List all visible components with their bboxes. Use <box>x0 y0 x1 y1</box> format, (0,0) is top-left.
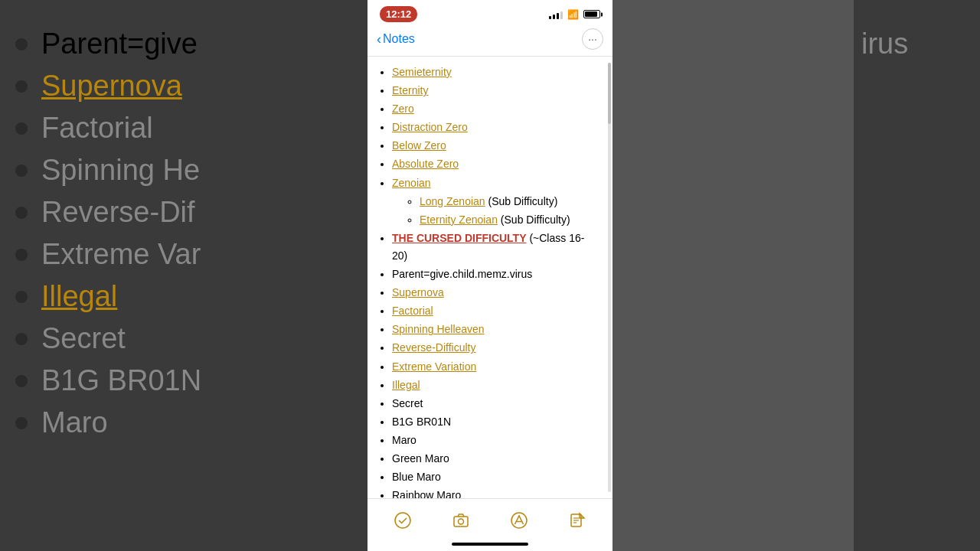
list-item: Absolute Zero <box>392 155 594 173</box>
bg-bullet <box>15 291 28 303</box>
item-secret: Secret <box>392 397 423 409</box>
list-item: Zero <box>392 100 594 118</box>
note-content: Semieternity Eternity Zero Distraction Z… <box>368 57 612 498</box>
bg-text: Spinning He <box>41 154 200 187</box>
item-rainbow-maro: Rainbow Maro <box>392 489 461 498</box>
item-long-zenoian[interactable]: Long Zenoian <box>420 195 485 207</box>
svg-rect-1 <box>454 517 468 527</box>
list-item: Zenoian Long Zenoian (Sub Difficulty) Et… <box>392 174 594 229</box>
list-item: Blue Maro <box>392 468 594 486</box>
bg-text: Supernova <box>41 70 182 103</box>
svg-point-2 <box>459 519 464 524</box>
list-item: Extreme Variation <box>392 358 594 376</box>
bg-text: Secret <box>41 322 126 355</box>
bg-bullet <box>15 122 28 135</box>
list-item: Green Maro <box>392 450 594 468</box>
background-left: Parent=give Supernova Factorial Spinning… <box>0 0 368 551</box>
signal-icon <box>549 10 563 19</box>
item-semieternity[interactable]: Semieternity <box>392 66 452 78</box>
status-icons: 📶 <box>549 9 600 20</box>
status-time: 12:12 <box>380 6 417 22</box>
note-list: Semieternity Eternity Zero Distraction Z… <box>377 64 594 498</box>
check-button[interactable] <box>389 507 416 534</box>
item-blue-maro: Blue Maro <box>392 471 441 483</box>
more-button[interactable]: ··· <box>582 28 603 50</box>
battery-icon <box>583 10 600 18</box>
bg-text: Factorial <box>41 112 153 145</box>
markup-icon <box>511 512 528 529</box>
bg-bullet <box>15 333 28 345</box>
camera-button[interactable] <box>447 507 475 534</box>
item-spinning-helleaven[interactable]: Spinning Helleaven <box>392 323 485 335</box>
phone-frame: 12:12 📶 ‹ Notes ··· <box>368 0 612 551</box>
item-parent: Parent=give.child.memz.virus <box>392 268 532 280</box>
item-extreme-variation[interactable]: Extreme Variation <box>392 360 476 373</box>
list-item: Eternity <box>392 82 594 99</box>
item-green-maro: Green Maro <box>392 452 449 465</box>
item-maro: Maro <box>392 434 416 446</box>
sub-list: Long Zenoian (Sub Difficulty) Eternity Z… <box>392 193 594 229</box>
item-cursed-difficulty[interactable]: THE CURSED DIFFICULTY <box>392 232 527 244</box>
scrollbar-thumb[interactable] <box>608 63 611 124</box>
item-eternity-zenoian[interactable]: Eternity Zenoian <box>420 214 498 226</box>
list-item: Eternity Zenoian (Sub Difficulty) <box>420 211 594 229</box>
markup-button[interactable] <box>505 507 533 534</box>
bg-bullet <box>15 249 28 261</box>
bottom-toolbar <box>368 498 612 537</box>
content-wrapper: Semieternity Eternity Zero Distraction Z… <box>368 57 612 498</box>
home-bar <box>452 543 528 546</box>
list-item: B1G BR01N <box>392 413 594 431</box>
list-item: Parent=give.child.memz.virus <box>392 266 594 283</box>
bg-bullet <box>15 375 28 387</box>
bg-text: Illegal <box>41 280 117 313</box>
item-factorial[interactable]: Factorial <box>392 305 433 317</box>
bg-right-text: irus <box>861 23 972 65</box>
list-item: THE CURSED DIFFICULTY (~Class 16-20) <box>392 230 594 265</box>
bg-text: B1G BR01N <box>41 364 201 397</box>
list-item: Supernova <box>392 284 594 302</box>
check-icon <box>394 512 411 529</box>
item-b1g-br01n: B1G BR01N <box>392 416 451 428</box>
bg-text: Maro <box>41 406 108 439</box>
item-illegal[interactable]: Illegal <box>392 379 420 391</box>
item-absolute-zero[interactable]: Absolute Zero <box>392 158 459 170</box>
home-indicator <box>368 537 612 551</box>
bg-bullet <box>15 80 28 93</box>
bg-bullet <box>15 38 28 51</box>
sub-suffix: (Sub Difficulty) <box>501 214 570 226</box>
scrollbar[interactable] <box>608 63 611 492</box>
back-button[interactable]: ‹ Notes <box>377 31 415 47</box>
bg-bullet <box>15 417 28 429</box>
compose-button[interactable] <box>564 507 591 534</box>
list-item: Secret <box>392 395 594 412</box>
back-label: Notes <box>383 32 415 46</box>
compose-icon <box>569 512 586 529</box>
bg-text: Reverse-Dif <box>41 196 195 229</box>
svg-point-0 <box>395 513 410 528</box>
camera-icon <box>452 512 469 529</box>
chevron-left-icon: ‹ <box>377 31 381 47</box>
list-item: Semieternity <box>392 64 594 81</box>
list-item: Distraction Zero <box>392 119 594 136</box>
wifi-icon: 📶 <box>567 9 579 20</box>
bg-bullet <box>15 165 28 177</box>
list-item: Rainbow Maro <box>392 487 594 498</box>
item-distraction-zero[interactable]: Distraction Zero <box>392 121 468 133</box>
list-item: Factorial <box>392 302 594 320</box>
bg-text: Extreme Var <box>41 238 201 271</box>
item-eternity[interactable]: Eternity <box>392 84 428 96</box>
item-below-zero[interactable]: Below Zero <box>392 139 446 152</box>
list-item: Below Zero <box>392 137 594 155</box>
sub-suffix: (Sub Difficulty) <box>488 195 558 207</box>
list-item: Maro <box>392 432 594 449</box>
list-item: Reverse-Difficulty <box>392 339 594 357</box>
item-zenoian[interactable]: Zenoian <box>392 177 431 189</box>
item-reverse-difficulty[interactable]: Reverse-Difficulty <box>392 341 475 354</box>
bg-text: Parent=give <box>41 28 198 60</box>
status-bar: 12:12 📶 <box>368 0 612 25</box>
item-supernova[interactable]: Supernova <box>392 286 444 298</box>
more-icon: ··· <box>588 33 597 45</box>
list-item: Illegal <box>392 377 594 394</box>
item-zero[interactable]: Zero <box>392 103 414 115</box>
nav-bar: ‹ Notes ··· <box>368 25 612 56</box>
